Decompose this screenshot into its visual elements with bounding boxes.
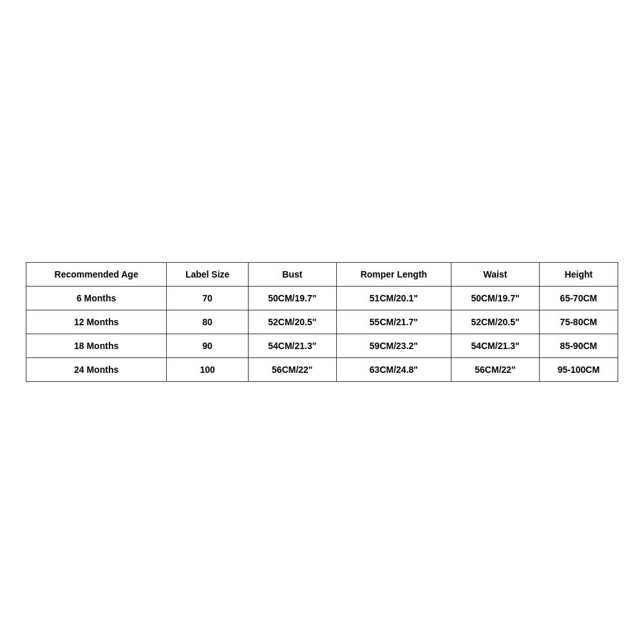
cell-label_size: 80	[167, 310, 249, 334]
table-row: 6 Months7050CM/19.7"51CM/20.1"50CM/19.7"…	[26, 287, 618, 310]
cell-waist: 52CM/20.5"	[451, 310, 540, 334]
cell-age: 18 Months	[26, 334, 167, 358]
col-header-age: Recommended Age	[26, 263, 167, 287]
col-header-label-size: Label Size	[167, 263, 249, 287]
table-row: 24 Months10056CM/22"63CM/24.8"56CM/22"95…	[26, 358, 618, 382]
size-chart-table: Recommended Age Label Size Bust Romper L…	[26, 262, 618, 382]
cell-age: 24 Months	[26, 358, 167, 382]
col-header-height: Height	[539, 263, 618, 287]
cell-height: 75-80CM	[539, 310, 618, 334]
cell-waist: 56CM/22"	[451, 358, 540, 382]
cell-bust: 52CM/20.5"	[248, 310, 336, 334]
col-header-romper-length: Romper Length	[336, 263, 451, 287]
cell-waist: 54CM/21.3"	[451, 334, 540, 358]
cell-age: 6 Months	[26, 287, 167, 310]
cell-bust: 54CM/21.3"	[248, 334, 336, 358]
cell-romper_length: 63CM/24.8"	[336, 358, 451, 382]
cell-label_size: 100	[167, 358, 249, 382]
cell-label_size: 70	[167, 287, 249, 310]
table-row: 12 Months8052CM/20.5"55CM/21.7"52CM/20.5…	[26, 310, 618, 334]
cell-romper_length: 55CM/21.7"	[336, 310, 451, 334]
cell-bust: 56CM/22"	[248, 358, 336, 382]
table-row: 18 Months9054CM/21.3"59CM/23.2"54CM/21.3…	[26, 334, 618, 358]
cell-label_size: 90	[167, 334, 249, 358]
cell-romper_length: 51CM/20.1"	[336, 287, 451, 310]
cell-age: 12 Months	[26, 310, 167, 334]
col-header-waist: Waist	[451, 263, 540, 287]
cell-height: 85-90CM	[539, 334, 618, 358]
cell-waist: 50CM/19.7"	[451, 287, 540, 310]
table-header-row: Recommended Age Label Size Bust Romper L…	[26, 263, 618, 287]
cell-bust: 50CM/19.7"	[248, 287, 336, 310]
col-header-bust: Bust	[248, 263, 336, 287]
cell-height: 95-100CM	[539, 358, 618, 382]
cell-height: 65-70CM	[539, 287, 618, 310]
cell-romper_length: 59CM/23.2"	[336, 334, 451, 358]
size-chart-container: Recommended Age Label Size Bust Romper L…	[26, 262, 618, 382]
